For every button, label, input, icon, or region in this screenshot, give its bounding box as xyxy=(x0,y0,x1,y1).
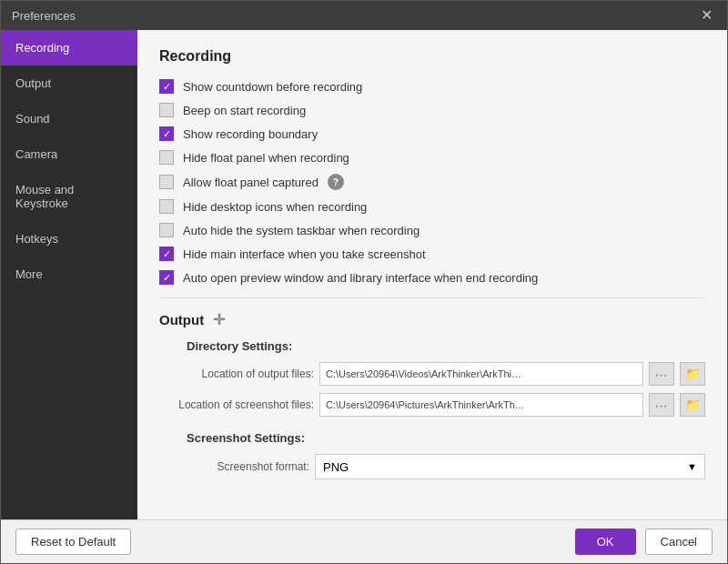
screenshot-files-folder-button[interactable]: 📁 xyxy=(680,393,705,417)
folder-icon: 📁 xyxy=(685,367,701,381)
footer: Reset to Default OK Cancel xyxy=(1,519,727,563)
output-files-path: C:\Users\20964\Videos\ArkThinker\ArkThin… xyxy=(319,362,643,386)
checkbox-row-hide-main: Hide main interface when you take screen… xyxy=(159,247,705,261)
checkbox-auto-open[interactable] xyxy=(159,270,174,285)
output-files-folder-button[interactable]: 📁 xyxy=(680,362,705,386)
footer-right: OK Cancel xyxy=(575,529,713,555)
screenshot-files-label: Location of screenshot files: xyxy=(159,398,314,411)
checkbox-countdown[interactable] xyxy=(159,79,174,94)
cancel-button[interactable]: Cancel xyxy=(645,529,713,555)
screenshot-settings: Screenshot Settings: Screenshot format: … xyxy=(159,431,705,479)
main-content: Recording Output Sound Camera Mouse and … xyxy=(1,30,727,519)
format-label: Screenshot format: xyxy=(168,460,309,473)
checkbox-row-boundary: Show recording boundary xyxy=(159,126,705,141)
screenshot-files-path: C:\Users\20964\Pictures\ArkThinker\ArkTh… xyxy=(319,393,643,417)
move-icon: ✛ xyxy=(213,311,225,328)
preferences-window: Preferences ✕ Recording Output Sound Cam… xyxy=(0,0,728,564)
content-panel: Recording Show countdown before recordin… xyxy=(137,30,727,519)
help-icon[interactable]: ? xyxy=(328,174,344,190)
checkbox-allow-float[interactable] xyxy=(159,175,174,189)
checkbox-hide-main[interactable] xyxy=(159,247,174,261)
window-title: Preferences xyxy=(12,9,76,23)
screenshot-files-dots-button[interactable]: ··· xyxy=(649,393,674,417)
sidebar-item-recording[interactable]: Recording xyxy=(1,30,137,65)
format-select[interactable]: PNG ▼ xyxy=(315,454,705,479)
checkbox-row-allow-float: Allow float panel captured ? xyxy=(159,174,705,190)
output-files-row: Location of output files: C:\Users\20964… xyxy=(159,362,705,386)
checkbox-row-beep: Beep on start recording xyxy=(159,103,705,117)
sidebar-item-hotkeys[interactable]: Hotkeys xyxy=(1,221,137,257)
checkbox-hide-desktop[interactable] xyxy=(159,199,174,214)
checkbox-row-auto-open: Auto open preview window and library int… xyxy=(159,270,705,285)
checkbox-beep[interactable] xyxy=(159,103,174,117)
chevron-down-icon: ▼ xyxy=(687,461,697,472)
sidebar-item-more[interactable]: More xyxy=(1,257,137,292)
folder-icon-2: 📁 xyxy=(685,398,701,412)
sidebar-item-sound[interactable]: Sound xyxy=(1,101,137,136)
sidebar-item-camera[interactable]: Camera xyxy=(1,136,137,172)
sidebar-item-output[interactable]: Output xyxy=(1,65,137,101)
checkbox-row-countdown: Show countdown before recording xyxy=(159,79,705,94)
output-section: Output ✛ Directory Settings: Location of… xyxy=(159,311,705,479)
sidebar: Recording Output Sound Camera Mouse and … xyxy=(1,30,137,519)
divider xyxy=(159,297,705,298)
close-button[interactable]: ✕ xyxy=(697,6,716,25)
checkbox-row-hide-desktop: Hide desktop icons when recording xyxy=(159,199,705,214)
sidebar-item-mouse-keystroke[interactable]: Mouse and Keystroke xyxy=(1,172,137,221)
ok-button[interactable]: OK xyxy=(575,529,636,555)
output-files-dots-button[interactable]: ··· xyxy=(649,362,674,386)
checkbox-row-hide-float: Hide float panel when recording xyxy=(159,150,705,165)
screenshot-files-row: Location of screenshot files: C:\Users\2… xyxy=(159,393,705,417)
checkbox-row-auto-hide-taskbar: Auto hide the system taskbar when record… xyxy=(159,223,705,237)
recording-section-title: Recording xyxy=(159,48,705,65)
output-files-label: Location of output files: xyxy=(159,368,314,380)
screenshot-settings-label: Screenshot Settings: xyxy=(187,431,705,445)
titlebar: Preferences ✕ xyxy=(1,1,727,30)
checkbox-auto-hide-taskbar[interactable] xyxy=(159,223,174,237)
directory-settings-label: Directory Settings: xyxy=(187,339,705,353)
checkbox-hide-float[interactable] xyxy=(159,150,174,165)
checkbox-boundary[interactable] xyxy=(159,126,174,141)
format-row: Screenshot format: PNG ▼ xyxy=(168,454,705,479)
output-section-title: Output ✛ xyxy=(159,311,705,328)
reset-to-default-button[interactable]: Reset to Default xyxy=(15,529,131,555)
